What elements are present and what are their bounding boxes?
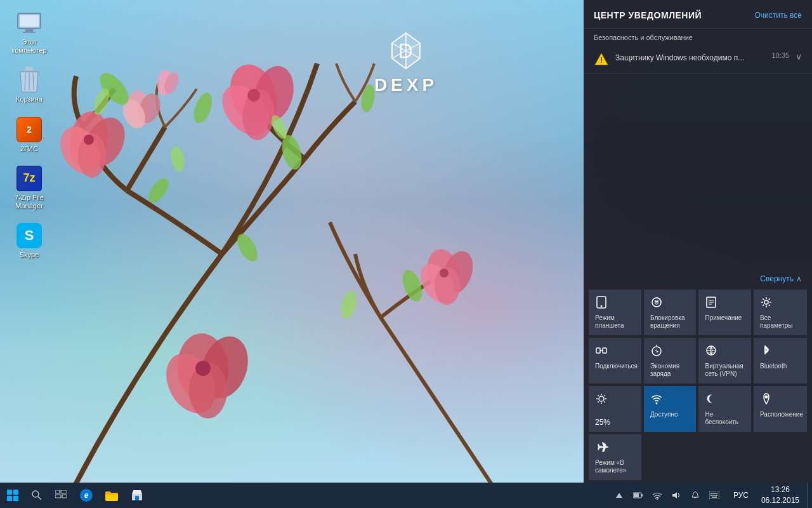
edge-taskbar-button[interactable]: e — [74, 483, 99, 508]
tray-notifications[interactable] — [686, 483, 704, 508]
taskbar-clock[interactable]: 13:26 06.12.2015 — [754, 483, 807, 508]
collapse-button[interactable]: Свернуть ∧ — [760, 274, 802, 283]
svg-rect-46 — [23, 32, 36, 33]
tray-chevron[interactable] — [610, 483, 628, 508]
volume-icon — [671, 491, 681, 500]
settings-icon — [760, 296, 773, 311]
warning-icon: ! — [594, 51, 609, 67]
tile-airplane-mode[interactable]: Режим «Всамолете» — [589, 434, 641, 480]
tile-brightness[interactable]: 25% — [589, 386, 641, 432]
svg-rect-64 — [603, 348, 606, 353]
svg-point-80 — [765, 396, 768, 399]
svg-line-77 — [604, 395, 605, 396]
show-desktop-button[interactable] — [807, 483, 812, 508]
notification-content: Защитнику Windows необходимо п... — [615, 51, 765, 64]
tile-location[interactable]: Расположение — [754, 386, 807, 432]
tray-volume[interactable] — [667, 483, 685, 508]
explorer-taskbar-button[interactable] — [99, 483, 124, 508]
tile-connect-label: Подключиться — [595, 363, 638, 370]
svg-line-86 — [38, 497, 41, 500]
svg-rect-89 — [55, 495, 61, 498]
svg-rect-96 — [641, 494, 643, 497]
recycle-icon — [16, 67, 42, 93]
start-button[interactable] — [0, 483, 25, 508]
tile-rotation-lock[interactable]: Блокировкавращения — [644, 290, 697, 335]
7zip-icon: 7z — [16, 166, 42, 191]
svg-rect-87 — [55, 490, 60, 493]
tray-network[interactable] — [648, 483, 666, 508]
svg-point-97 — [657, 498, 658, 500]
dexp-logo-icon — [387, 32, 425, 70]
search-button[interactable] — [25, 483, 48, 508]
panel-header: ЦЕНТР УВЕДОМЛЕНИЙ Очистить все — [584, 0, 812, 28]
tray-keyboard[interactable] — [705, 483, 723, 508]
vpn-icon — [705, 344, 717, 359]
desktop-icon-2gis[interactable]: 2 2ГИС — [6, 113, 52, 157]
clear-all-button[interactable]: Очистить все — [755, 11, 802, 20]
svg-rect-92 — [135, 496, 139, 500]
collapse-label: Свернуть — [760, 274, 794, 283]
tile-do-not-disturb[interactable]: Небеспокоить — [698, 386, 751, 432]
note-icon — [705, 296, 717, 311]
desktop-icon-skype[interactable]: S Skype — [6, 219, 52, 263]
store-taskbar-button[interactable] — [124, 483, 150, 508]
clock-time: 13:26 — [771, 485, 790, 495]
desktop-icon-recycle[interactable]: Корзина — [6, 64, 52, 107]
keyboard-icon — [709, 491, 719, 499]
svg-rect-44 — [20, 15, 39, 27]
quick-actions-grid: Режимпланшета Блокировкавращения Примеча… — [584, 287, 812, 483]
expand-icon[interactable]: ∨ — [796, 51, 802, 62]
tile-connect[interactable]: Подключиться — [589, 338, 641, 384]
recycle-label: Корзина — [16, 95, 43, 104]
svg-rect-48 — [25, 67, 33, 70]
tile-note[interactable]: Примечание — [698, 290, 751, 335]
brightness-value: 25% — [595, 418, 610, 427]
svg-point-79 — [655, 403, 657, 404]
tile-tablet-mode[interactable]: Режимпланшета — [589, 290, 641, 335]
clock-date: 06.12.2015 — [761, 495, 799, 506]
tile-location-label: Расположение — [760, 411, 803, 418]
svg-rect-103 — [710, 495, 712, 496]
svg-rect-106 — [716, 495, 717, 496]
desktop-icon-computer[interactable]: Этот компьютер — [6, 6, 52, 58]
tile-airplane-label: Режим «Всамолете» — [595, 459, 626, 474]
tile-vpn-label: Виртуальнаясеть (VPN) — [705, 363, 743, 378]
svg-rect-90 — [62, 495, 67, 498]
svg-rect-82 — [13, 490, 18, 495]
svg-line-75 — [598, 395, 598, 396]
tile-bluetooth-label: Bluetooth — [760, 363, 787, 370]
tile-tablet-label: Режимпланшета — [595, 314, 624, 330]
tile-vpn[interactable]: Виртуальнаясеть (VPN) — [698, 338, 751, 384]
desktop-icons: Этот компьютер Корзина 2 2ГИС — [6, 6, 52, 263]
tile-bluetooth[interactable]: Bluetooth — [754, 338, 807, 384]
language-indicator[interactable]: РУС — [728, 483, 754, 508]
location-icon — [760, 392, 773, 407]
collapse-section: Свернуть ∧ — [584, 271, 812, 287]
tile-dnd-label: Небеспокоить — [705, 411, 738, 426]
svg-rect-101 — [714, 493, 716, 494]
svg-point-66 — [652, 347, 661, 356]
svg-rect-88 — [61, 490, 67, 493]
tile-rotation-label: Блокировкавращения — [650, 314, 685, 330]
svg-rect-105 — [714, 495, 716, 496]
computer-label: Этот компьютер — [9, 38, 49, 55]
svg-marker-93 — [616, 493, 622, 498]
task-view-button[interactable] — [48, 483, 74, 508]
tablet-mode-icon — [595, 296, 608, 311]
skype-label: Skype — [20, 251, 39, 259]
tile-wifi[interactable]: Доступно — [644, 386, 697, 432]
chevron-up-icon — [616, 491, 622, 499]
notification-item: ! Защитнику Windows необходимо п... 10:3… — [584, 45, 812, 74]
battery-save-icon — [650, 344, 663, 359]
tile-battery-save[interactable]: Экономиязаряда — [644, 338, 697, 384]
svg-rect-95 — [634, 493, 639, 497]
desktop-icon-7zip[interactable]: 7z 7-Zip FileManager — [6, 162, 52, 214]
tile-settings-label: Всепараметры — [760, 314, 793, 330]
tray-battery[interactable] — [629, 483, 647, 508]
section-title: Безопасность и обслуживание — [584, 28, 812, 45]
tile-note-label: Примечание — [705, 314, 742, 322]
svg-rect-45 — [25, 29, 33, 32]
svg-rect-63 — [596, 348, 600, 353]
svg-rect-83 — [7, 496, 12, 501]
tile-all-settings[interactable]: Всепараметры — [754, 290, 807, 335]
